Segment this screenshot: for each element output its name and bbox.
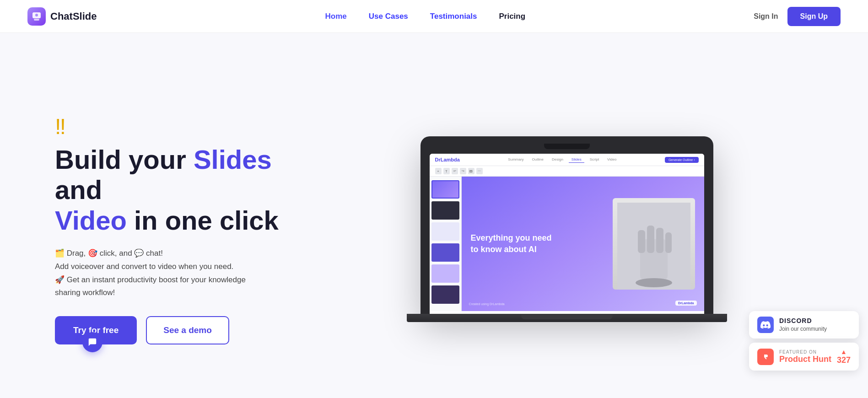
hero-section: ‼ Build your Slides and Video in one cli…	[0, 33, 868, 398]
robot-hand-illustration	[617, 203, 690, 290]
chat-widget[interactable]	[82, 332, 102, 352]
hero-title-slides: Slides	[194, 145, 272, 174]
slide-thumb-2[interactable]	[431, 201, 459, 220]
canvas-slide-title: Everything you need to know about AI	[471, 232, 553, 255]
app-logo: DrLambda	[435, 157, 460, 162]
toolbar-image-icon[interactable]: 🖼	[468, 168, 474, 174]
toolbar-text-icon[interactable]: T	[443, 168, 450, 174]
score-number: 327	[837, 355, 851, 365]
discord-logo	[757, 317, 774, 333]
tab-slides[interactable]: Slides	[569, 156, 584, 163]
navbar-actions: Sign In Sign Up	[754, 7, 841, 26]
laptop-screen: DrLambda Summary Outline Design Slides S…	[430, 154, 704, 314]
product-hunt-name: Product Hunt	[779, 355, 831, 364]
hero-title: Build your Slides and Video in one click	[55, 145, 311, 236]
svg-point-9	[636, 278, 672, 287]
svg-rect-7	[656, 228, 663, 253]
slide-thumb-6[interactable]	[431, 285, 459, 304]
app-tabs: Summary Outline Design Slides Script Vid…	[464, 156, 660, 163]
sign-in-button[interactable]: Sign In	[754, 12, 778, 21]
hero-desc-line4: sharing workflow!	[55, 286, 311, 300]
toolbar-add-icon[interactable]: +	[435, 168, 442, 174]
svg-rect-6	[647, 226, 654, 253]
score-arrow: ▲	[841, 348, 847, 355]
toolbar-more-icon[interactable]: ⋯	[476, 168, 483, 174]
hero-icon: ‼	[55, 114, 311, 139]
canvas-image	[613, 198, 695, 290]
hero-title-and: and	[55, 175, 102, 204]
hero-desc-line3: 🚀 Get an instant productivity boost for …	[55, 274, 311, 287]
hero-desc-line2: Add voiceover and convert to video when …	[55, 260, 311, 274]
hero-desc-line1: 🗂️ Drag, 🎯 click, and 💬 chat!	[55, 247, 311, 260]
canvas-app-logo: DrLambda	[675, 301, 697, 306]
laptop-notch	[544, 144, 590, 149]
product-hunt-logo	[757, 349, 774, 365]
brand-name: ChatSlide	[50, 11, 97, 22]
svg-point-2	[35, 14, 38, 16]
laptop-outer: DrLambda Summary Outline Design Slides S…	[421, 136, 713, 314]
logo-icon	[27, 7, 46, 26]
hero-title-part1: Build your	[55, 145, 194, 174]
canvas-credit: Created using DrLambda	[469, 302, 505, 306]
navbar: ChatSlide Home Use Cases Testimonials Pr…	[0, 0, 868, 33]
brand: ChatSlide	[27, 7, 97, 26]
nav-pricing[interactable]: Pricing	[499, 12, 525, 21]
product-hunt-score: ▲ 327	[837, 348, 851, 365]
discord-sub: Join our community	[779, 326, 827, 332]
sign-up-button[interactable]: Sign Up	[787, 7, 841, 26]
featured-label: FEATURED ON	[779, 350, 831, 355]
hero-content: ‼ Build your Slides and Video in one cli…	[55, 114, 311, 345]
product-hunt-banner[interactable]: FEATURED ON Product Hunt ▲ 327	[749, 343, 859, 371]
tab-script[interactable]: Script	[587, 156, 602, 163]
svg-rect-1	[34, 19, 39, 21]
slide-thumb-4[interactable]	[431, 243, 459, 262]
slide-panel	[430, 177, 462, 311]
toolbar-redo-icon[interactable]: ↪	[460, 168, 466, 174]
toolbar-undo-icon[interactable]: ↩	[452, 168, 458, 174]
tab-design[interactable]: Design	[549, 156, 566, 163]
nav-links: Home Use Cases Testimonials Pricing	[325, 12, 526, 21]
tab-outline[interactable]: Outline	[529, 156, 546, 163]
discord-banner[interactable]: DISCORD Join our community	[749, 311, 859, 339]
slide-thumb-1[interactable]	[431, 180, 459, 199]
svg-rect-5	[638, 230, 645, 253]
app-topbar: DrLambda Summary Outline Design Slides S…	[430, 154, 704, 166]
app-body: Everything you need to know about AI	[430, 177, 704, 311]
svg-rect-8	[665, 232, 672, 253]
tab-video[interactable]: Video	[604, 156, 619, 163]
discord-label: DISCORD	[779, 317, 827, 324]
discord-icon	[760, 321, 771, 328]
slide-thumb-5[interactable]	[431, 264, 459, 283]
hero-illustration: DrLambda Summary Outline Design Slides S…	[311, 136, 822, 322]
nav-home[interactable]: Home	[325, 12, 347, 21]
slide-thumb-3[interactable]	[431, 222, 459, 241]
hero-description: 🗂️ Drag, 🎯 click, and 💬 chat! Add voiceo…	[55, 247, 311, 300]
product-hunt-text: FEATURED ON Product Hunt	[779, 350, 831, 364]
laptop-mockup: DrLambda Summary Outline Design Slides S…	[421, 136, 713, 322]
product-hunt-icon	[760, 352, 771, 362]
app-toolbar: + T ↩ ↪ 🖼 ⋯	[430, 166, 704, 177]
discord-text: DISCORD Join our community	[779, 317, 827, 333]
laptop-base	[407, 314, 727, 322]
chat-icon	[87, 337, 97, 347]
generate-outline-button[interactable]: Generate Outline ›	[665, 157, 699, 163]
nav-use-cases[interactable]: Use Cases	[369, 12, 408, 21]
laptop-stand	[521, 314, 613, 319]
hero-title-end: in one click	[127, 205, 279, 235]
hero-title-video: Video	[55, 205, 127, 235]
app-canvas: Everything you need to know about AI	[462, 177, 704, 311]
nav-testimonials[interactable]: Testimonials	[430, 12, 477, 21]
tab-summary[interactable]: Summary	[505, 156, 526, 163]
see-demo-button[interactable]: See a demo	[146, 316, 229, 344]
